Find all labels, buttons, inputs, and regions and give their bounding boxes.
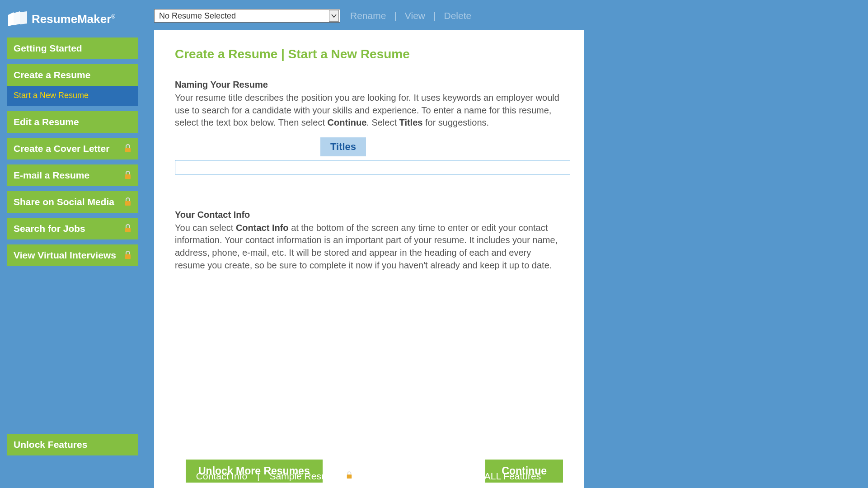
sidebar: ResumeMaker® Getting Started Create a Re… [0,0,145,488]
text-run: for suggestions. [422,117,489,127]
resume-select-value: No Resume Selected [159,11,236,21]
delete-button[interactable]: Delete [442,10,473,21]
sidebar-item-label: Unlock Features [14,439,87,450]
sidebar-item-label: View Virtual Interviews [14,250,116,261]
chevron-down-icon [329,10,339,22]
lock-icon [124,171,131,180]
svg-rect-2 [125,201,131,206]
sidebar-item-email-resume[interactable]: E-mail a Resume [7,164,138,186]
sidebar-item-label: E-mail a Resume [14,170,89,181]
unlock-features-wrap: Unlock Features [7,434,138,455]
sidebar-subitem-start-new-resume[interactable]: Start a New Resume [7,86,138,106]
resume-title-input[interactable] [175,160,570,174]
sidebar-item-getting-started[interactable]: Getting Started [7,38,138,59]
divider: | [441,471,443,482]
trademark: ® [111,14,115,20]
divider: | [362,471,365,482]
content-panel: Create a Resume | Start a New Resume Nam… [154,30,584,488]
sidebar-item-label: Getting Started [14,43,82,54]
app-name: ResumeMaker [32,12,111,26]
main-area: No Resume Selected Rename | View | Delet… [145,0,868,488]
text-run: . Select [366,117,399,127]
sidebar-item-edit-resume[interactable]: Edit a Resume [7,111,138,133]
svg-rect-3 [125,228,131,232]
sidebar-item-label: Share on Social Media [14,197,114,207]
svg-rect-1 [125,174,131,179]
sidebar-item-label: Edit a Resume [14,117,79,127]
section-contact-body: You can select Contact Info at the botto… [175,222,563,272]
text-bold: Titles [399,117,423,127]
footer-sample-resumes[interactable]: Sample Resumes [268,471,355,482]
section-contact-head: Your Contact Info [175,210,563,220]
sidebar-item-label: Create a Cover Letter [14,143,109,154]
view-button[interactable]: View [403,10,427,21]
divider: | [257,471,259,482]
top-actions: Rename | View | Delete [348,10,473,21]
lock-icon [124,251,131,260]
text-bold: Continue [328,117,367,127]
sidebar-item-create-cover-letter[interactable]: Create a Cover Letter [7,138,138,160]
logo: ResumeMaker® [7,11,138,27]
lock-icon [124,197,131,206]
text-bold: Contact Info [236,223,289,233]
sidebar-item-label: Create a Resume [14,70,90,80]
svg-rect-5 [347,474,352,479]
app-root: ResumeMaker® Getting Started Create a Re… [0,0,868,488]
logo-icon [7,11,29,27]
footer-tech-support[interactable]: Tech Support [373,471,433,482]
sidebar-subitem-label: Start a New Resume [14,91,89,100]
lock-icon [346,471,352,482]
footer-item-label: Sample Resumes [270,471,345,482]
footer-unlock-all-features[interactable]: Unlock ALL Features [451,471,543,482]
page-title: Create a Resume | Start a New Resume [175,47,563,61]
logo-text: ResumeMaker® [32,12,115,26]
rename-button[interactable]: Rename [348,10,388,21]
footer: Contact Info | Sample Resumes | Tech Sup… [154,471,583,482]
sidebar-item-search-jobs[interactable]: Search for Jobs [7,218,138,239]
lock-icon [124,144,131,153]
titles-button[interactable]: Titles [320,137,366,156]
section-contact: Your Contact Info You can select Contact… [175,210,563,272]
svg-rect-4 [125,254,131,259]
sidebar-item-unlock-features[interactable]: Unlock Features [7,434,138,455]
divider: | [394,10,396,21]
footer-contact-info[interactable]: Contact Info [194,471,249,482]
sidebar-item-label: Search for Jobs [14,223,85,234]
section-naming-body: Your resume title describes the position… [175,92,563,129]
sidebar-item-create-resume[interactable]: Create a Resume [7,64,138,86]
resume-select[interactable]: No Resume Selected [154,9,340,23]
lock-icon [124,224,131,233]
sidebar-item-share-social-media[interactable]: Share on Social Media [7,191,138,213]
text-run: You can select [175,223,236,233]
svg-rect-0 [125,148,131,152]
divider: | [433,10,436,21]
section-naming-head: Naming Your Resume [175,80,563,90]
sidebar-item-virtual-interviews[interactable]: View Virtual Interviews [7,244,138,266]
top-bar: No Resume Selected Rename | View | Delet… [154,7,855,24]
